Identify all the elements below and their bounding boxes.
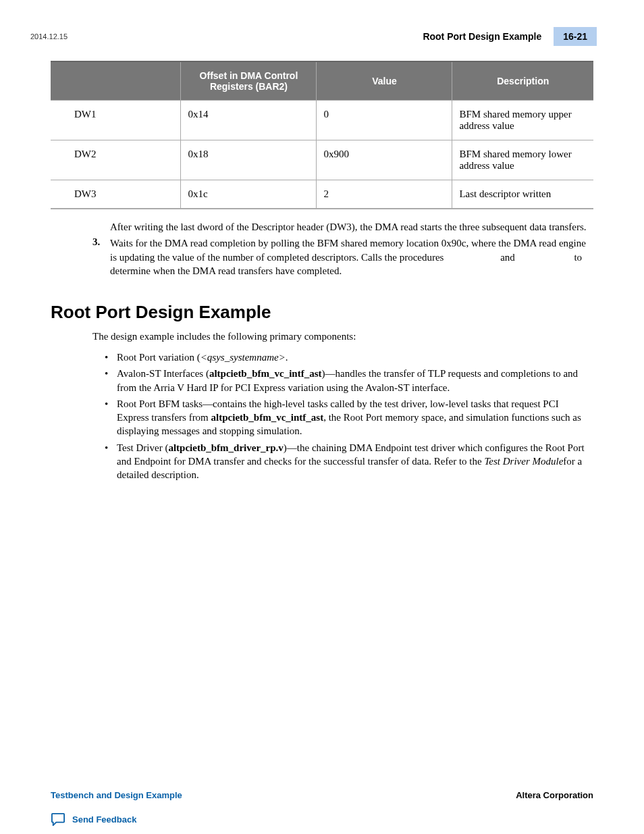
cell: Last descriptor written xyxy=(452,180,593,209)
step-text: Waits for the DMA read completion by pol… xyxy=(110,236,587,278)
bold-text: altpcietb_bfm_vc_intf_ast xyxy=(209,368,322,379)
cell: 0x1c xyxy=(181,180,317,209)
text: . xyxy=(286,352,288,363)
page-content: Offset in DMA Control Registers (BAR2) V… xyxy=(0,53,644,481)
cell: 0x14 xyxy=(181,101,317,140)
list-item: Root Port BFM tasks—contains the high-le… xyxy=(105,397,587,438)
cell: BFM shared memory upper address value xyxy=(452,101,593,140)
bullet-list: Root Port variation (<qsys_systemname>. … xyxy=(51,350,593,481)
italic-text: <qsys_systemname> xyxy=(200,352,286,363)
doc-date: 2014.12.15 xyxy=(30,32,68,41)
italic-text: Test Driver Module xyxy=(484,456,563,467)
header-right: Root Port Design Example 16-21 xyxy=(423,27,597,46)
text: and xyxy=(498,252,517,263)
numbered-step: 3. Waits for the DMA read completion by … xyxy=(51,236,593,278)
bold-text: altpcietb_bfm_vc_intf_ast xyxy=(211,412,324,423)
page-number: 16-21 xyxy=(554,27,597,46)
page-footer: Testbench and Design Example Altera Corp… xyxy=(51,790,593,800)
col-header-blank xyxy=(51,61,181,101)
header-title: Root Port Design Example xyxy=(423,31,541,42)
cell: 0x18 xyxy=(181,140,317,180)
col-header-value: Value xyxy=(317,61,452,101)
paragraph: After writing the last dword of the Desc… xyxy=(51,220,593,234)
cell: 2 xyxy=(317,180,452,209)
table-row: DW1 0x14 0 BFM shared memory upper addre… xyxy=(51,101,593,140)
footer-section-link[interactable]: Testbench and Design Example xyxy=(51,790,182,800)
section-heading: Root Port Design Example xyxy=(51,302,593,323)
list-item: Test Driver (altpcietb_bfm_driver_rp.v)—… xyxy=(105,441,587,482)
cell: DW2 xyxy=(51,140,181,180)
cell: DW1 xyxy=(51,101,181,140)
dma-register-table: Offset in DMA Control Registers (BAR2) V… xyxy=(51,61,593,209)
speech-bubble-icon xyxy=(51,812,65,826)
cell: 0x900 xyxy=(317,140,452,180)
footer-corporation: Altera Corporation xyxy=(516,790,593,800)
cell: DW3 xyxy=(51,180,181,209)
bold-text: altpcietb_bfm_driver_rp.v xyxy=(168,442,283,453)
page-header: 2014.12.15 Root Port Design Example 16-2… xyxy=(0,0,644,53)
text: Root Port variation ( xyxy=(117,352,200,363)
text: Avalon-ST Interfaces ( xyxy=(117,368,209,379)
cell: BFM shared memory lower address value xyxy=(452,140,593,180)
list-item: Avalon-ST Interfaces (altpcietb_bfm_vc_i… xyxy=(105,367,587,394)
step-number: 3. xyxy=(92,236,110,278)
table-row: DW2 0x18 0x900 BFM shared memory lower a… xyxy=(51,140,593,180)
feedback-label: Send Feedback xyxy=(72,814,136,825)
list-item: Root Port variation (<qsys_systemname>. xyxy=(105,350,587,364)
col-header-offset: Offset in DMA Control Registers (BAR2) xyxy=(181,61,317,101)
section-intro: The design example includes the followin… xyxy=(51,331,593,342)
table-row: DW3 0x1c 2 Last descriptor written xyxy=(51,180,593,209)
text: Test Driver ( xyxy=(117,442,168,453)
send-feedback-link[interactable]: Send Feedback xyxy=(51,812,136,826)
col-header-description: Description xyxy=(452,61,593,101)
cell: 0 xyxy=(317,101,452,140)
